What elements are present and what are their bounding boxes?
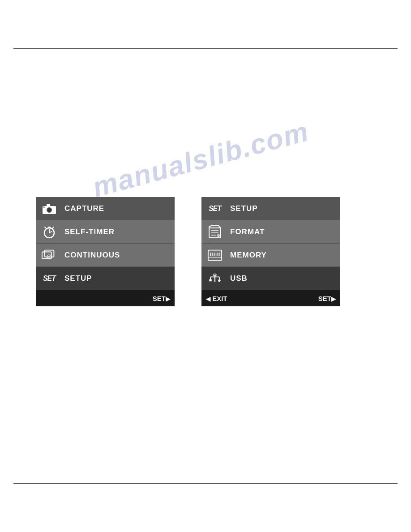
left-menu: CAPTURE SELF-TIMER — [36, 197, 175, 306]
set-text-icon-right: SET — [206, 200, 224, 217]
menu-row-format[interactable]: FORMAT — [201, 220, 340, 244]
svg-rect-3 — [47, 204, 50, 206]
timer-icon — [40, 223, 58, 240]
setup-label-right: SETUP — [230, 204, 258, 213]
svg-line-9 — [45, 227, 46, 228]
menus-container: CAPTURE SELF-TIMER — [36, 197, 340, 306]
watermark-text: manualslib.com — [89, 115, 312, 203]
menu-row-continuous[interactable]: CONTINUOUS — [36, 244, 175, 267]
format-icon — [206, 223, 224, 240]
svg-rect-4 — [43, 206, 45, 208]
set-text-icon-left: SET — [40, 270, 58, 287]
svg-point-19 — [217, 234, 220, 237]
menu-row-setup-right[interactable]: SET SETUP — [201, 197, 340, 220]
svg-point-33 — [214, 274, 216, 276]
bottom-horizontal-rule — [13, 483, 398, 484]
right-menu-footer: ◀ EXIT SET▶ — [201, 290, 340, 306]
svg-point-32 — [218, 279, 220, 281]
top-horizontal-rule — [13, 48, 398, 49]
continuous-icon — [40, 247, 58, 264]
svg-line-10 — [52, 227, 54, 228]
svg-point-2 — [47, 208, 51, 212]
format-label: FORMAT — [230, 227, 265, 236]
right-footer-exit-label: ◀ EXIT — [206, 295, 227, 302]
usb-icon — [206, 270, 224, 287]
menu-row-memory[interactable]: MEMORY — [201, 244, 340, 267]
left-menu-footer: SET▶ — [36, 290, 175, 306]
camera-icon — [40, 200, 58, 217]
self-timer-label: SELF-TIMER — [64, 227, 115, 236]
right-footer-set-label: SET▶ — [318, 295, 336, 302]
menu-row-capture[interactable]: CAPTURE — [36, 197, 175, 220]
svg-point-14 — [48, 256, 51, 258]
setup-label-left: SETUP — [64, 274, 92, 283]
menu-row-self-timer[interactable]: SELF-TIMER — [36, 220, 175, 244]
right-menu: SET SETUP FORMAT — [201, 197, 340, 306]
menu-row-usb[interactable]: USB — [201, 267, 340, 290]
svg-rect-31 — [209, 279, 211, 281]
svg-rect-8 — [48, 227, 51, 228]
memory-icon — [206, 247, 224, 264]
capture-label: CAPTURE — [64, 204, 104, 213]
usb-label: USB — [230, 274, 248, 283]
menu-row-setup-left[interactable]: SET SETUP — [36, 267, 175, 290]
left-footer-set-label: SET▶ — [153, 295, 170, 302]
memory-label: MEMORY — [230, 251, 267, 260]
continuous-label: CONTINUOUS — [64, 251, 120, 260]
